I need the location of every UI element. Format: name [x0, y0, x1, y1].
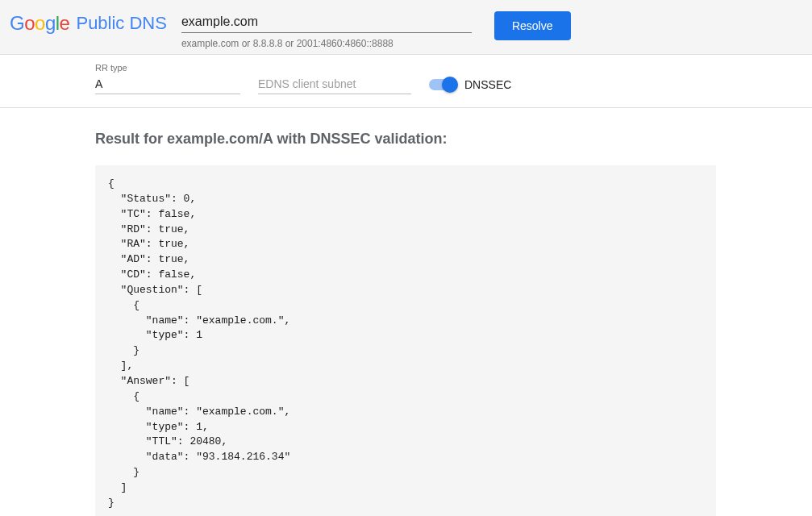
- edns-input[interactable]: [258, 74, 411, 94]
- rr-type-label: RR type: [95, 63, 240, 73]
- google-logo: Google: [10, 11, 69, 35]
- result-json: { "Status": 0, "TC": false, "RD": true, …: [95, 165, 716, 516]
- resolve-button[interactable]: Resolve: [494, 11, 571, 40]
- rr-type-field: RR type: [95, 63, 240, 94]
- content-area: Result for example.com/A with DNSSEC val…: [0, 108, 726, 516]
- header-bar: Google Public DNS example.com or 8.8.8.8…: [0, 0, 812, 55]
- toggle-knob-icon: [442, 77, 458, 93]
- dnssec-toggle-wrap: DNSSEC: [429, 78, 511, 91]
- dnssec-label: DNSSEC: [464, 78, 511, 91]
- domain-input[interactable]: [181, 11, 472, 33]
- result-heading: Result for example.com/A with DNSSEC val…: [95, 131, 716, 148]
- options-row: RR type DNSSEC: [0, 55, 812, 108]
- edns-field: [258, 74, 411, 94]
- domain-hint: example.com or 8.8.8.8 or 2001:4860:4860…: [181, 38, 472, 49]
- product-name: Public DNS: [76, 11, 166, 35]
- rr-type-input[interactable]: [95, 74, 240, 94]
- dnssec-toggle[interactable]: [429, 79, 456, 90]
- query-block: example.com or 8.8.8.8 or 2001:4860:4860…: [181, 11, 472, 49]
